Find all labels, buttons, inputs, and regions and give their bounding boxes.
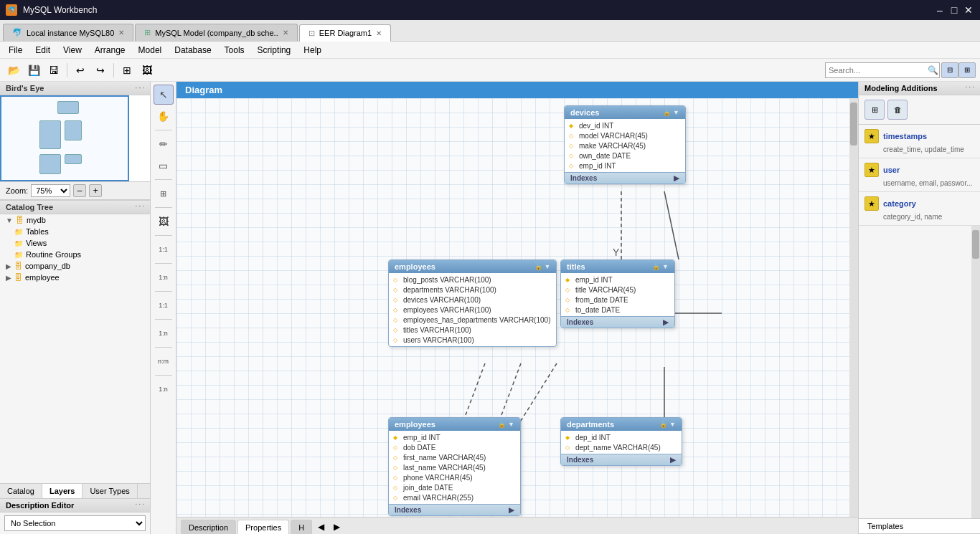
- tab-model[interactable]: ⊞ MySQL Model (company_db sche.. ✕: [135, 24, 297, 41]
- table-departments[interactable]: departments 🔒 ▼ ◆ dep_id INT ◇ dept_name…: [560, 417, 682, 466]
- vtool-rel11[interactable]: 1:1: [154, 239, 174, 259]
- main-area: Bird's Eye · · · Zoom: 75% 50% 100% 12: [0, 82, 980, 534]
- tree-item-mydb[interactable]: ▼ 🗄 mydb: [0, 214, 150, 226]
- vtool-rel1n[interactable]: 1:n: [154, 267, 174, 287]
- table-employees-top[interactable]: employees 🔒 ▼ ◇ blog_posts VARCHAR(100) …: [388, 259, 557, 347]
- birds-eye-canvas[interactable]: [0, 95, 150, 181]
- svg-line-3: [499, 363, 521, 421]
- zoom-in-button[interactable]: +: [89, 184, 102, 197]
- tree-item-employee[interactable]: ▶ 🗄 employee: [0, 272, 150, 283]
- emp-top-expand-icon[interactable]: ▼: [545, 263, 551, 270]
- right-panel-scrollbar[interactable]: [971, 226, 980, 518]
- modeling-icon-2[interactable]: 🗑: [887, 100, 908, 120]
- page-tab-history[interactable]: H: [291, 520, 312, 534]
- modeling-icon-1[interactable]: ⊞: [864, 100, 885, 120]
- menu-model[interactable]: Model: [133, 44, 168, 57]
- view-toggle-1[interactable]: ⊟: [941, 62, 958, 78]
- devices-expand-icon[interactable]: ▼: [673, 109, 679, 116]
- table-employees-bottom[interactable]: employees 🔒 ▼ ◆ emp_id INT ◇ dob DATE: [388, 417, 521, 516]
- save-as-button[interactable]: 🖫: [44, 61, 63, 80]
- template-category[interactable]: ★ category category_id, name: [859, 192, 980, 226]
- tree-item-tables[interactable]: 📁 Tables: [0, 226, 150, 237]
- tab-eer[interactable]: ⊡ EER Diagram1 ✕: [299, 24, 391, 42]
- vtool-relnm[interactable]: n:m: [154, 351, 174, 371]
- table-devices[interactable]: devices 🔒 ▼ ◆ dev_id INT ◇ model VARCHAR…: [564, 105, 686, 184]
- page-tab-description[interactable]: Description: [181, 520, 236, 534]
- vtool-rect[interactable]: ▭: [154, 156, 174, 176]
- menu-view[interactable]: View: [57, 44, 88, 57]
- vtool-select[interactable]: ↖: [154, 85, 174, 105]
- depts-lock-icon: 🔒: [659, 421, 667, 428]
- btab-layers[interactable]: Layers: [42, 484, 83, 498]
- btab-catalog[interactable]: Catalog: [0, 484, 42, 498]
- vtool-rel1nc[interactable]: 1:n: [154, 379, 174, 399]
- tab-local[interactable]: 🐬 Local instance MySQL80 ✕: [3, 24, 133, 41]
- undo-button[interactable]: ↩: [71, 61, 90, 80]
- table-departments-footer[interactable]: Indexes ▶: [561, 454, 682, 465]
- emp-bot-expand-icon[interactable]: ▼: [508, 421, 514, 428]
- menu-edit[interactable]: Edit: [29, 44, 56, 57]
- vtool-image[interactable]: 🖼: [154, 211, 174, 232]
- save-button[interactable]: 💾: [24, 61, 43, 80]
- field-email: ◇ email VARCHAR(255): [389, 492, 520, 502]
- emp-bot-indexes-expand[interactable]: ▶: [509, 506, 514, 514]
- pk-icon-depid: ◆: [565, 434, 570, 441]
- table-devices-footer[interactable]: Indexes ▶: [565, 172, 685, 183]
- search-icon[interactable]: 🔍: [928, 65, 938, 75]
- view-toggle-2[interactable]: ⊞: [958, 62, 976, 78]
- template-timestamps[interactable]: ★ timestamps create_time, update_time: [859, 125, 980, 158]
- search-input[interactable]: [829, 66, 928, 75]
- open-button[interactable]: 📂: [4, 61, 23, 80]
- selection-dropdown[interactable]: No Selection: [4, 515, 146, 531]
- tree-item-views[interactable]: 📁 Views: [0, 237, 150, 249]
- template-timestamps-desc: create_time, update_time: [864, 146, 974, 153]
- vtool-pencil[interactable]: ✏: [154, 134, 174, 154]
- diagram-scrollbar-thumb[interactable]: [850, 102, 857, 146]
- menu-database[interactable]: Database: [169, 44, 217, 57]
- tree-item-routines[interactable]: 📁 Routine Groups: [0, 249, 150, 260]
- minimize-button[interactable]: –: [934, 4, 946, 16]
- right-panel-scrollbar-thumb[interactable]: [972, 230, 979, 259]
- menu-arrange[interactable]: Arrange: [89, 44, 131, 57]
- templates-tab[interactable]: Templates: [859, 519, 980, 534]
- titles-expand-icon[interactable]: ▼: [662, 263, 669, 270]
- export-button[interactable]: 🖼: [138, 61, 156, 80]
- menu-file[interactable]: File: [3, 44, 28, 57]
- table-titles-footer[interactable]: Indexes ▶: [561, 316, 674, 328]
- indexes-expand[interactable]: ▶: [674, 174, 679, 182]
- svg-line-4: [521, 363, 557, 421]
- close-button[interactable]: ✕: [963, 4, 974, 16]
- template-user[interactable]: ★ user username, email, passwor...: [859, 158, 980, 192]
- btab-user-types[interactable]: User Types: [83, 484, 137, 498]
- menu-help[interactable]: Help: [298, 44, 327, 57]
- diagram-canvas[interactable]: Y devices 🔒 ▼ ◆ dev_id INT: [176, 98, 858, 517]
- zoom-select[interactable]: 75% 50% 100% 125%: [31, 184, 70, 197]
- zoom-out-button[interactable]: –: [73, 184, 86, 197]
- tab-model-close[interactable]: ✕: [283, 29, 288, 37]
- vtool-pan[interactable]: ✋: [154, 106, 174, 126]
- redo-button[interactable]: ↪: [91, 61, 110, 80]
- table-titles[interactable]: titles 🔒 ▼ ◆ emp_id INT ◇ title VARCHAR(…: [560, 259, 675, 328]
- menu-tools[interactable]: Tools: [219, 44, 250, 57]
- pk-icon-titles-empid: ◆: [565, 277, 570, 283]
- vtool-rel11b[interactable]: 1:1: [154, 295, 174, 315]
- tree-item-company-db[interactable]: ▶ 🗄 company_db: [0, 260, 150, 272]
- page-tab-properties[interactable]: Properties: [237, 520, 289, 534]
- tab-eer-close[interactable]: ✕: [376, 29, 382, 37]
- tab-local-close[interactable]: ✕: [118, 29, 124, 37]
- depts-expand-icon[interactable]: ▼: [669, 421, 676, 428]
- diagram-scrollbar[interactable]: [849, 98, 858, 517]
- vtool-rel1nb[interactable]: 1:n: [154, 323, 174, 343]
- menu-scripting[interactable]: Scripting: [252, 44, 297, 57]
- titles-indexes-expand[interactable]: ▶: [663, 318, 669, 326]
- page-tab-forward[interactable]: ▶: [329, 520, 344, 534]
- page-tab-back[interactable]: ◀: [314, 520, 328, 534]
- table-devices-header: devices 🔒 ▼: [565, 106, 685, 119]
- vtool-table[interactable]: ⊞: [154, 183, 174, 204]
- table-devices-icons: 🔒 ▼: [663, 109, 679, 116]
- depts-indexes-expand[interactable]: ▶: [670, 456, 676, 464]
- page-bottom-bar: Description Properties H ◀ ▶: [176, 517, 858, 534]
- grid-button[interactable]: ⊞: [118, 61, 136, 80]
- maximize-button[interactable]: □: [948, 4, 960, 16]
- table-employees-bottom-footer[interactable]: Indexes ▶: [389, 504, 520, 515]
